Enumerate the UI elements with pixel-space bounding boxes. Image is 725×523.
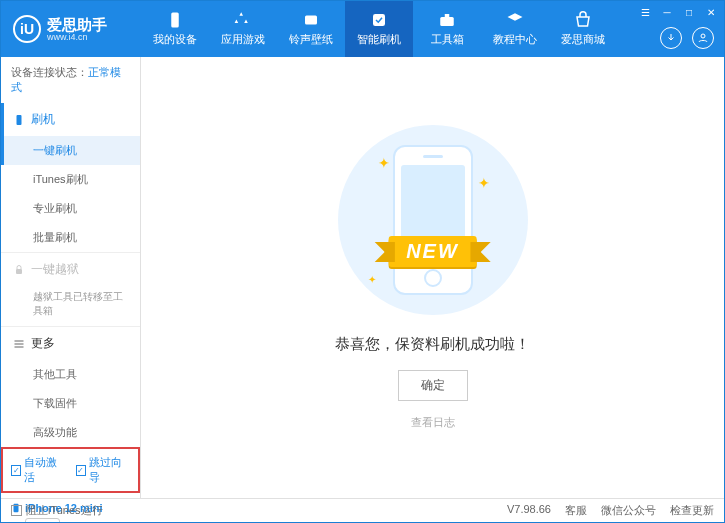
- flash-icon: [370, 11, 388, 29]
- update-link[interactable]: 检查更新: [670, 503, 714, 518]
- storage-badge: 64GB: [25, 518, 60, 523]
- checkbox-icon: ✓: [11, 465, 21, 476]
- sidebar-head-flash[interactable]: 刷机: [1, 103, 140, 136]
- window-controls: ☰ ─ □ ✕: [638, 5, 718, 19]
- sparkle-icon: ✦: [478, 175, 490, 191]
- sidebar-title: 更多: [31, 335, 55, 352]
- conn-label: 设备连接状态：: [11, 66, 88, 78]
- nav-apps[interactable]: 应用游戏: [209, 1, 277, 57]
- svg-rect-7: [16, 269, 22, 274]
- svg-rect-2: [373, 14, 385, 26]
- svg-rect-8: [15, 340, 24, 341]
- nav-my-device[interactable]: 我的设备: [141, 1, 209, 57]
- settings-icon[interactable]: ☰: [638, 5, 652, 19]
- highlighted-checks: ✓自动激活 ✓跳过向导: [1, 447, 140, 493]
- version-text: V7.98.66: [507, 503, 551, 518]
- account-button[interactable]: [692, 27, 714, 49]
- sidebar-title: 刷机: [31, 111, 55, 128]
- nav-label: 工具箱: [431, 32, 464, 47]
- checkbox-icon: [11, 505, 22, 516]
- sparkle-icon: ✦: [378, 155, 390, 171]
- checkbox-icon: ✓: [76, 465, 86, 476]
- checkbox-label: 自动激活: [24, 455, 65, 485]
- minimize-icon[interactable]: ─: [660, 5, 674, 19]
- lock-icon: [13, 264, 25, 276]
- apps-icon: [234, 11, 252, 29]
- nav-label: 爱思商城: [561, 32, 605, 47]
- checkbox-label: 跳过向导: [89, 455, 130, 485]
- success-illustration: NEW ✦ ✦ ✦: [338, 125, 528, 315]
- nav-tutorial[interactable]: 教程中心: [481, 1, 549, 57]
- logo-icon: iU: [13, 15, 41, 43]
- nav-label: 智能刷机: [357, 32, 401, 47]
- device-icon: [166, 11, 184, 29]
- sidebar-item-download[interactable]: 下载固件: [1, 389, 140, 418]
- nav-label: 教程中心: [493, 32, 537, 47]
- svg-rect-9: [15, 343, 24, 344]
- sidebar-item-other[interactable]: 其他工具: [1, 360, 140, 389]
- main-content: NEW ✦ ✦ ✦ 恭喜您，保资料刷机成功啦！ 确定 查看日志: [141, 57, 724, 498]
- menu-icon: [13, 338, 25, 350]
- phone-graphic: [393, 145, 473, 295]
- nav-label: 应用游戏: [221, 32, 265, 47]
- download-button[interactable]: [660, 27, 682, 49]
- ringtone-icon: [302, 11, 320, 29]
- svg-rect-1: [305, 16, 317, 25]
- store-icon: [574, 11, 592, 29]
- sidebar: 设备连接状态：正常模式 刷机 一键刷机 iTunes刷机 专业刷机 批量刷机 一…: [1, 57, 141, 498]
- nav-toolbox[interactable]: 工具箱: [413, 1, 481, 57]
- nav-label: 我的设备: [153, 32, 197, 47]
- new-ribbon: NEW: [388, 236, 477, 267]
- checkbox-label: 阻止iTunes运行: [26, 503, 103, 518]
- checkbox-auto-activate[interactable]: ✓自动激活: [11, 455, 66, 485]
- success-message: 恭喜您，保资料刷机成功啦！: [335, 335, 530, 354]
- nav-ringtone[interactable]: 铃声壁纸: [277, 1, 345, 57]
- sidebar-item-oneclick[interactable]: 一键刷机: [1, 136, 140, 165]
- tutorial-icon: [506, 11, 524, 29]
- sparkle-icon: ✦: [368, 274, 376, 285]
- view-log-link[interactable]: 查看日志: [411, 415, 455, 430]
- checkbox-block-itunes[interactable]: 阻止iTunes运行: [11, 503, 103, 518]
- svg-rect-10: [15, 346, 24, 347]
- top-nav: 我的设备 应用游戏 铃声壁纸 智能刷机 工具箱 教程中心 爱思商城: [141, 1, 617, 57]
- sidebar-title: 一键越狱: [31, 261, 79, 278]
- sidebar-item-pro[interactable]: 专业刷机: [1, 194, 140, 223]
- app-name: 爱思助手: [47, 17, 107, 32]
- checkbox-skip-guide[interactable]: ✓跳过向导: [76, 455, 131, 485]
- sidebar-item-advanced[interactable]: 高级功能: [1, 418, 140, 447]
- svg-point-5: [701, 34, 705, 38]
- nav-store[interactable]: 爱思商城: [549, 1, 617, 57]
- support-link[interactable]: 客服: [565, 503, 587, 518]
- phone-icon: [13, 114, 25, 126]
- sidebar-item-batch[interactable]: 批量刷机: [1, 223, 140, 252]
- header-right: [660, 27, 714, 49]
- svg-rect-3: [440, 17, 454, 26]
- toolbox-icon: [438, 11, 456, 29]
- svg-rect-4: [445, 14, 450, 17]
- wechat-link[interactable]: 微信公众号: [601, 503, 656, 518]
- nav-flash[interactable]: 智能刷机: [345, 1, 413, 57]
- sidebar-head-jailbreak: 一键越狱: [1, 253, 140, 286]
- app-url: www.i4.cn: [47, 32, 107, 42]
- jailbreak-note: 越狱工具已转移至工具箱: [1, 286, 140, 326]
- connection-status: 设备连接状态：正常模式: [1, 57, 140, 103]
- logo-area: iU 爱思助手 www.i4.cn: [1, 15, 141, 43]
- close-icon[interactable]: ✕: [704, 5, 718, 19]
- svg-rect-0: [171, 13, 179, 28]
- app-header: iU 爱思助手 www.i4.cn 我的设备 应用游戏 铃声壁纸 智能刷机 工具…: [1, 1, 724, 57]
- sidebar-head-more[interactable]: 更多: [1, 327, 140, 360]
- nav-label: 铃声壁纸: [289, 32, 333, 47]
- sidebar-item-itunes[interactable]: iTunes刷机: [1, 165, 140, 194]
- maximize-icon[interactable]: □: [682, 5, 696, 19]
- svg-rect-6: [17, 115, 22, 125]
- ok-button[interactable]: 确定: [398, 370, 468, 401]
